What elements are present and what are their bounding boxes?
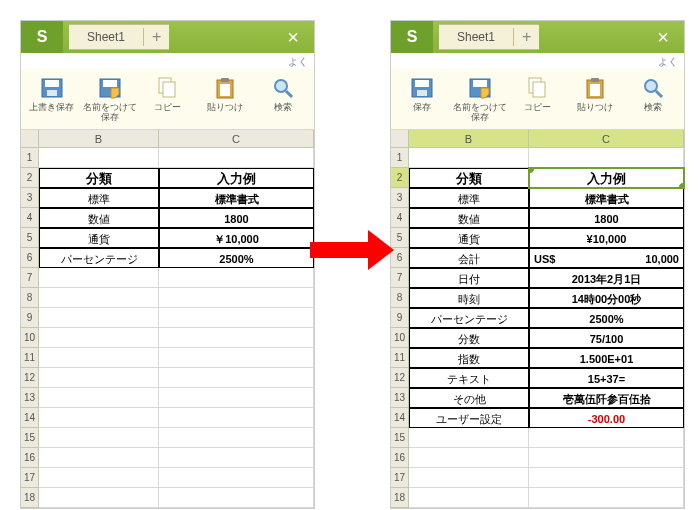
row-header[interactable]: 7 — [391, 268, 409, 288]
row-header[interactable]: 9 — [391, 308, 409, 328]
row-header[interactable]: 18 — [391, 488, 409, 508]
col-header-b[interactable]: B — [409, 130, 529, 148]
row-header[interactable]: 13 — [391, 388, 409, 408]
row-header[interactable]: 11 — [21, 348, 39, 368]
cell[interactable]: 14時00分00秒 — [529, 288, 684, 308]
row-header[interactable]: 1 — [21, 148, 39, 168]
cell[interactable] — [39, 148, 159, 168]
row-header[interactable]: 4 — [21, 208, 39, 228]
row-header[interactable]: 17 — [391, 468, 409, 488]
cell[interactable]: 2013年2月1日 — [529, 268, 684, 288]
cell[interactable] — [159, 268, 314, 288]
row-header[interactable]: 8 — [391, 288, 409, 308]
row-header[interactable]: 10 — [21, 328, 39, 348]
grid[interactable]: B C 123456789101112131415161718 分類入力例標準標… — [21, 130, 314, 508]
row-header[interactable]: 10 — [391, 328, 409, 348]
cell[interactable] — [39, 368, 159, 388]
cell[interactable]: US$10,000 — [529, 248, 684, 268]
row-header[interactable]: 17 — [21, 468, 39, 488]
cell[interactable]: 標準 — [409, 188, 529, 208]
cell[interactable] — [159, 488, 314, 508]
cell[interactable] — [39, 348, 159, 368]
cell[interactable] — [159, 348, 314, 368]
row-header[interactable]: 6 — [21, 248, 39, 268]
row-header[interactable]: 9 — [21, 308, 39, 328]
select-all-corner[interactable] — [21, 130, 39, 148]
row-header[interactable]: 16 — [21, 448, 39, 468]
row-header[interactable]: 12 — [21, 368, 39, 388]
cell[interactable]: 15+37= — [529, 368, 684, 388]
row-header[interactable]: 14 — [21, 408, 39, 428]
cell[interactable]: 標準書式 — [529, 188, 684, 208]
row-header[interactable]: 16 — [391, 448, 409, 468]
cell[interactable] — [159, 408, 314, 428]
row-header[interactable]: 13 — [21, 388, 39, 408]
cell[interactable] — [159, 388, 314, 408]
add-sheet-button[interactable]: + — [513, 28, 539, 46]
toolbar-button[interactable]: 貼りつけ — [566, 73, 624, 125]
cell[interactable]: 数値 — [409, 208, 529, 228]
cell[interactable]: 分類 — [39, 168, 159, 188]
toolbar-button[interactable]: コピー — [509, 73, 567, 125]
toolbar-button[interactable]: 検索 — [624, 73, 682, 125]
cell[interactable] — [529, 448, 684, 468]
cell[interactable]: 2500% — [529, 308, 684, 328]
cell[interactable] — [39, 288, 159, 308]
close-icon[interactable]: × — [642, 21, 684, 53]
row-header[interactable]: 15 — [21, 428, 39, 448]
cell[interactable]: 会計 — [409, 248, 529, 268]
row-header[interactable]: 7 — [21, 268, 39, 288]
cell[interactable] — [159, 368, 314, 388]
cell[interactable]: 1800 — [159, 208, 314, 228]
cell[interactable] — [39, 488, 159, 508]
cell[interactable] — [159, 448, 314, 468]
cell[interactable] — [529, 148, 684, 168]
cell[interactable] — [159, 148, 314, 168]
col-header-c[interactable]: C — [529, 130, 684, 148]
cell[interactable] — [39, 428, 159, 448]
cell[interactable]: -300.00 — [529, 408, 684, 428]
cell[interactable] — [159, 288, 314, 308]
cell[interactable] — [39, 408, 159, 428]
col-header-c[interactable]: C — [159, 130, 314, 148]
row-header[interactable]: 14 — [391, 408, 409, 428]
row-header[interactable]: 2 — [21, 168, 39, 188]
cell[interactable]: テキスト — [409, 368, 529, 388]
cell[interactable] — [39, 328, 159, 348]
grid[interactable]: B C 123456789101112131415161718 分類入力例標準標… — [391, 130, 684, 508]
cell[interactable]: 標準 — [39, 188, 159, 208]
cell[interactable]: その他 — [409, 388, 529, 408]
cell[interactable] — [409, 448, 529, 468]
cell[interactable] — [159, 308, 314, 328]
cell[interactable]: 数値 — [39, 208, 159, 228]
cell[interactable]: ユーザー設定 — [409, 408, 529, 428]
cell[interactable]: 通貨 — [39, 228, 159, 248]
add-sheet-button[interactable]: + — [143, 28, 169, 46]
app-icon[interactable]: S — [21, 21, 63, 53]
row-header[interactable]: 8 — [21, 288, 39, 308]
cell[interactable]: 1.500E+01 — [529, 348, 684, 368]
cell[interactable]: 1800 — [529, 208, 684, 228]
cell[interactable] — [409, 488, 529, 508]
row-header[interactable]: 4 — [391, 208, 409, 228]
cell[interactable] — [529, 468, 684, 488]
cell[interactable]: 壱萬伍阡参百伍拾 — [529, 388, 684, 408]
cell[interactable] — [39, 308, 159, 328]
sheet-tab[interactable]: Sheet1 + — [439, 24, 539, 50]
cell[interactable] — [409, 148, 529, 168]
cell[interactable]: ￥10,000 — [159, 228, 314, 248]
toolbar-button[interactable]: 貼りつけ — [196, 73, 254, 125]
cell[interactable]: 通貨 — [409, 228, 529, 248]
cell[interactable] — [39, 448, 159, 468]
toolbar-button[interactable]: 上書き保存 — [23, 73, 81, 125]
cell[interactable]: ¥10,000 — [529, 228, 684, 248]
row-header[interactable]: 5 — [21, 228, 39, 248]
sheet-tab[interactable]: Sheet1 + — [69, 24, 169, 50]
row-header[interactable]: 15 — [391, 428, 409, 448]
cell[interactable]: 2500% — [159, 248, 314, 268]
cell[interactable] — [159, 428, 314, 448]
row-header[interactable]: 1 — [391, 148, 409, 168]
cell[interactable] — [409, 468, 529, 488]
toolbar-button[interactable]: コピー — [139, 73, 197, 125]
toolbar-button[interactable]: 名前をつけて 保存 — [81, 73, 139, 125]
